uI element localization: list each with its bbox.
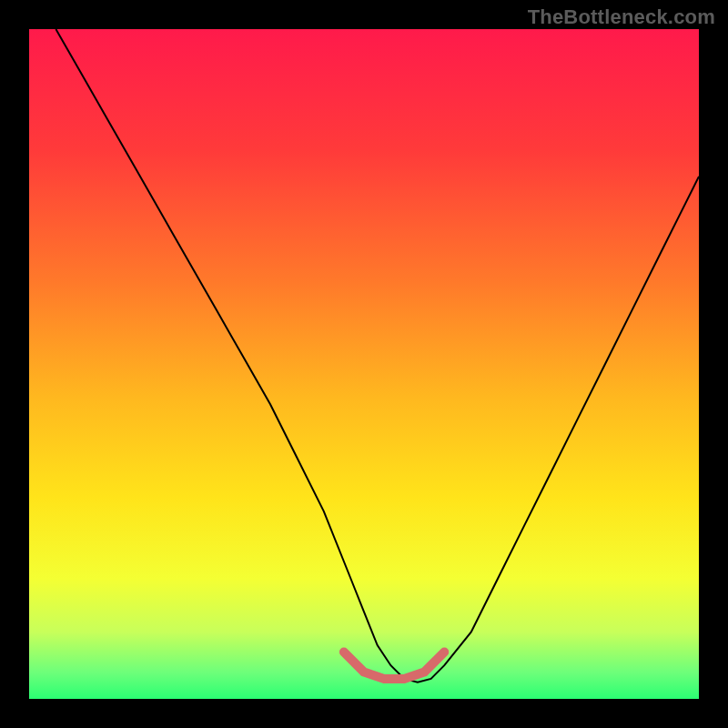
plot-background [29, 29, 699, 699]
bottleneck-curve-chart [0, 0, 728, 728]
watermark-text: TheBottleneck.com [528, 5, 715, 29]
chart-frame: TheBottleneck.com [0, 0, 728, 728]
